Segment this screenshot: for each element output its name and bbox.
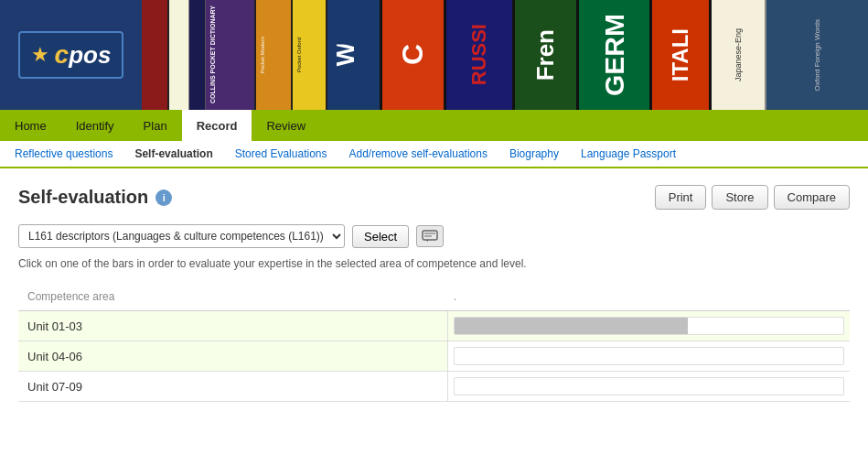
subnav-add-remove[interactable]: Add/remove self-evaluations bbox=[338, 141, 498, 168]
progress-bar-container-0[interactable] bbox=[454, 317, 844, 335]
progress-area-2 bbox=[448, 372, 850, 401]
progress-area-0 bbox=[448, 311, 850, 341]
logo-star-icon: ★ bbox=[31, 43, 49, 67]
nav-review[interactable]: Review bbox=[252, 110, 320, 141]
svg-rect-0 bbox=[423, 231, 437, 240]
competence-row-1[interactable]: Unit 04-06 bbox=[18, 341, 850, 372]
main-content: Self-evaluation i Print Store Compare L1… bbox=[0, 168, 868, 418]
page-title-text: Self-evaluation bbox=[18, 187, 148, 208]
sub-nav: Reflective questions Self-evaluation Sto… bbox=[0, 141, 868, 168]
col1-header: Competence area bbox=[18, 287, 448, 307]
subnav-language-passport[interactable]: Language Passport bbox=[570, 141, 687, 168]
progress-bar-container-2[interactable] bbox=[454, 377, 844, 395]
nav-home[interactable]: Home bbox=[0, 110, 61, 141]
competence-row-0[interactable]: Unit 01-03 bbox=[18, 311, 850, 341]
competence-label-0: Unit 01-03 bbox=[18, 311, 448, 341]
logo-text: cpos bbox=[55, 40, 112, 70]
subnav-biography[interactable]: Biography bbox=[498, 141, 570, 168]
selector-row: L161 descriptors (Languages & culture co… bbox=[18, 224, 850, 248]
descriptor-select[interactable]: L161 descriptors (Languages & culture co… bbox=[18, 224, 345, 248]
store-button[interactable]: Store bbox=[712, 185, 767, 210]
progress-bar-container-1[interactable] bbox=[454, 347, 844, 365]
compare-button[interactable]: Compare bbox=[774, 185, 850, 210]
title-row: Self-evaluation i Print Store Compare bbox=[18, 185, 850, 210]
col2-header: . bbox=[448, 287, 850, 307]
competence-label-2: Unit 07-09 bbox=[18, 372, 448, 401]
nav-plan[interactable]: Plan bbox=[129, 110, 182, 141]
progress-area-1 bbox=[448, 341, 850, 371]
logo-area: ★ cpos bbox=[0, 0, 142, 110]
nav-bar: Home Identify Plan Record Review bbox=[0, 110, 868, 141]
progress-bar-fill-0 bbox=[455, 318, 688, 334]
competence-label-1: Unit 04-06 bbox=[18, 341, 448, 371]
nav-record[interactable]: Record bbox=[182, 110, 252, 141]
competence-row-2[interactable]: Unit 07-09 bbox=[18, 372, 850, 402]
subnav-self-evaluation[interactable]: Self-evaluation bbox=[123, 141, 223, 168]
page-title: Self-evaluation i bbox=[18, 187, 172, 208]
subnav-reflective[interactable]: Reflective questions bbox=[4, 141, 123, 168]
logo-box: ★ cpos bbox=[18, 31, 124, 79]
header-image: COLLINS POCKET DICTIONARY Pocket Modern … bbox=[142, 0, 868, 110]
select-button[interactable]: Select bbox=[352, 225, 409, 248]
title-buttons: Print Store Compare bbox=[655, 185, 850, 210]
info-icon[interactable]: i bbox=[155, 189, 172, 206]
instructions: Click on one of the bars in order to eva… bbox=[18, 257, 850, 270]
header: ★ cpos COLLINS POCKET DICTIONARY Pocket … bbox=[0, 0, 868, 110]
nav-identify[interactable]: Identify bbox=[61, 110, 129, 141]
subnav-stored[interactable]: Stored Evaluations bbox=[224, 141, 338, 168]
table-header: Competence area . bbox=[18, 283, 850, 311]
message-icon[interactable] bbox=[416, 225, 444, 247]
print-button[interactable]: Print bbox=[655, 185, 707, 210]
